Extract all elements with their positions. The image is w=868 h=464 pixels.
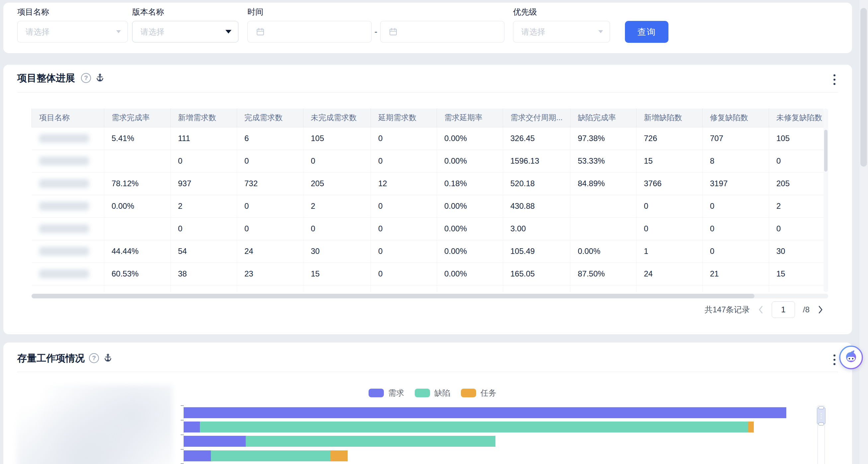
- table-cell: 0: [769, 218, 824, 240]
- table-row: 78.12%937732205120.18%520.1884.89%376631…: [32, 172, 824, 195]
- table-cell: 78.12%: [104, 172, 171, 195]
- table-cell: 520.18: [503, 172, 570, 195]
- table-cell: [171, 285, 237, 292]
- table-cell: 44.44%: [104, 240, 171, 263]
- column-header: 延期需求数: [371, 108, 437, 127]
- priority-select-placeholder: 请选择: [521, 27, 545, 37]
- filter-card: 项目名称 请选择 版本名称 请选择 时间 - 优先级 请选择 查询: [3, 3, 852, 53]
- version-select[interactable]: 请选择: [132, 21, 239, 42]
- table-cell: [237, 285, 304, 292]
- bar-row: [184, 436, 495, 447]
- axis-tick: [181, 449, 184, 450]
- card-title: 项目整体进展: [17, 72, 75, 85]
- project-name-cell-blurred: [32, 127, 104, 150]
- project-select-placeholder: 请选择: [26, 27, 50, 37]
- anchor-icon[interactable]: [95, 73, 105, 83]
- table-cell: 0: [371, 150, 437, 172]
- next-page-button[interactable]: [817, 305, 824, 314]
- table-cell: 0.18%: [437, 172, 503, 195]
- table-cell: 205: [769, 172, 824, 195]
- bar-segment-缺陷[interactable]: [200, 422, 748, 432]
- table-cell: 0: [304, 218, 371, 240]
- bar-segment-缺陷[interactable]: [246, 436, 495, 447]
- date-start-input[interactable]: [247, 21, 372, 42]
- table-cell: 1596.13: [503, 150, 570, 172]
- column-header: 未完成需求数: [304, 108, 371, 127]
- legend-item[interactable]: 缺陷: [415, 388, 450, 398]
- bar-segment-任务[interactable]: [748, 422, 754, 432]
- table-cell: 5.41%: [104, 127, 171, 150]
- table-cell: 105: [304, 127, 371, 150]
- table-cell: 0: [371, 263, 437, 285]
- blurred-text: [39, 134, 89, 143]
- date-end-input[interactable]: [380, 21, 504, 42]
- prev-page-button[interactable]: [758, 305, 764, 314]
- datazoom-handle-bottom[interactable]: [818, 423, 824, 426]
- table-cell: 0: [703, 195, 769, 218]
- bar-segment-需求[interactable]: [184, 407, 786, 418]
- table-row: 60.53%38231500.00%165.0587.50%242115: [32, 263, 824, 285]
- legend-label: 任务: [480, 388, 496, 398]
- card-menu-kebab-icon[interactable]: [832, 73, 837, 86]
- datazoom-handle-top[interactable]: [818, 406, 824, 409]
- column-header: 未修复缺陷数: [769, 108, 824, 127]
- project-select[interactable]: 请选择: [17, 21, 128, 42]
- table-cell: [371, 285, 437, 292]
- bar-segment-需求[interactable]: [184, 422, 200, 432]
- table-cell: 732: [237, 172, 304, 195]
- table-cell: 3766: [637, 172, 703, 195]
- page-scrollbar-thumb[interactable]: [860, 8, 867, 167]
- table-cell: [437, 285, 503, 292]
- project-name-cell-blurred: [32, 263, 104, 285]
- chevron-down-icon: [225, 30, 231, 34]
- table-vertical-scrollbar-thumb[interactable]: [824, 130, 828, 172]
- table-cell: 0.00%: [437, 240, 503, 263]
- table-cell: 165.05: [503, 263, 570, 285]
- table-cell: 0: [304, 150, 371, 172]
- assistant-robot-button[interactable]: [838, 345, 864, 370]
- table-cell: 15: [769, 263, 824, 285]
- table-cell: [104, 150, 171, 172]
- table-cell: 707: [703, 127, 769, 150]
- bar-row: [184, 451, 348, 461]
- table-cell: [637, 285, 703, 292]
- table-cell: 326.45: [503, 127, 570, 150]
- table-cell: 0: [637, 195, 703, 218]
- table-horizontal-scrollbar-thumb[interactable]: [32, 294, 754, 298]
- bar-segment-需求[interactable]: [184, 451, 211, 461]
- card-menu-kebab-icon[interactable]: [832, 353, 837, 366]
- table-cell: 2: [171, 195, 237, 218]
- table-cell: 3197: [703, 172, 769, 195]
- table-cell: 0.00%: [437, 195, 503, 218]
- legend-swatch: [369, 389, 384, 397]
- table-cell: 0: [703, 240, 769, 263]
- anchor-icon[interactable]: [103, 353, 113, 363]
- table-cell: 15: [637, 150, 703, 172]
- project-name-cell-blurred: [32, 172, 104, 195]
- page-input[interactable]: 1: [772, 301, 795, 318]
- search-button[interactable]: 查询: [625, 21, 669, 43]
- priority-select[interactable]: 请选择: [513, 21, 610, 42]
- table-cell: 12: [371, 172, 437, 195]
- bar-segment-任务[interactable]: [331, 451, 348, 461]
- help-icon[interactable]: ?: [81, 73, 91, 83]
- column-header: 修复缺陷数: [703, 108, 769, 127]
- table-cell: 2: [304, 195, 371, 218]
- pagination: 共147条记录 1 /8: [705, 301, 824, 318]
- table-cell: 24: [637, 263, 703, 285]
- table-cell: 0: [237, 195, 304, 218]
- axis-tick: [181, 405, 184, 406]
- legend-swatch: [461, 389, 476, 397]
- table-cell: [104, 285, 171, 292]
- page-scrollbar: [859, 0, 868, 464]
- divider: [17, 372, 838, 372]
- dashboard-page: { "filters": { "project_label": "项目名称", …: [0, 0, 868, 464]
- help-icon[interactable]: ?: [89, 353, 99, 363]
- table-cell: 84.89%: [570, 172, 637, 195]
- table-cell: [503, 285, 570, 292]
- datazoom-window[interactable]: [817, 407, 826, 424]
- legend-item[interactable]: 任务: [461, 388, 496, 398]
- bar-segment-需求[interactable]: [184, 436, 246, 447]
- bar-segment-缺陷[interactable]: [211, 451, 331, 461]
- legend-item[interactable]: 需求: [369, 388, 404, 398]
